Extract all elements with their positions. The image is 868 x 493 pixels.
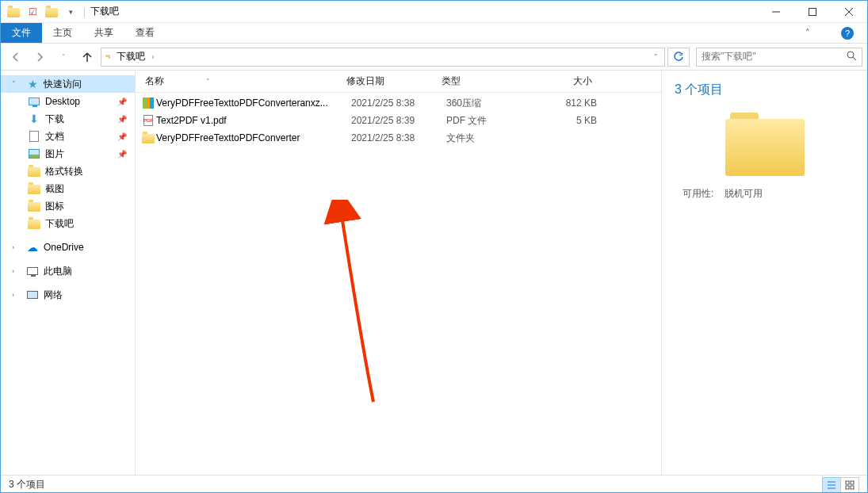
content-pane: 名称 ˅ 修改日期 类型 大小 VeryPDFFreeTexttoPDFConv… xyxy=(136,71,661,475)
chevron-down-icon[interactable]: ˅ xyxy=(12,80,21,88)
sidebar-item-folder[interactable]: 截图 xyxy=(1,180,135,197)
sidebar-item-desktop[interactable]: Desktop 📌 xyxy=(1,93,135,110)
sidebar-label: 网络 xyxy=(44,289,63,302)
back-button[interactable] xyxy=(6,47,26,67)
file-name: Text2PDF v1.pdf xyxy=(156,115,351,126)
chevron-right-icon[interactable]: › xyxy=(12,291,21,299)
file-type: PDF 文件 xyxy=(446,114,541,128)
svg-rect-1 xyxy=(809,8,816,15)
sidebar-onedrive[interactable]: › ☁ OneDrive xyxy=(1,239,135,256)
minimize-icon xyxy=(772,8,780,16)
file-row[interactable]: PDF Text2PDF v1.pdf 2021/2/25 8:39 PDF 文… xyxy=(136,112,661,129)
breadcrumb-current[interactable]: 下载吧 xyxy=(113,50,148,63)
file-date: 2021/2/25 8:38 xyxy=(351,97,446,109)
network-icon xyxy=(26,289,39,301)
view-details-button[interactable] xyxy=(822,477,841,493)
sidebar-network[interactable]: › 网络 xyxy=(1,286,135,304)
column-header-size[interactable]: 大小 xyxy=(537,75,608,88)
sidebar-item-downloads[interactable]: ⬇ 下载 📌 xyxy=(1,110,135,128)
pin-icon: 📌 xyxy=(117,97,127,106)
desktop-icon xyxy=(28,95,40,108)
pc-icon xyxy=(26,265,39,277)
sidebar-item-folder[interactable]: 图标 xyxy=(1,197,135,215)
star-icon: ★ xyxy=(26,78,39,90)
svg-rect-8 xyxy=(846,486,849,489)
maximize-button[interactable] xyxy=(794,1,831,23)
sidebar-item-label: 下载吧 xyxy=(45,217,74,231)
close-button[interactable] xyxy=(831,1,867,23)
chevron-right-icon[interactable]: › xyxy=(12,267,21,275)
help-button[interactable]: ? xyxy=(828,23,867,43)
column-header-date[interactable]: 修改日期 xyxy=(346,75,442,88)
properties-icon[interactable]: ☑ xyxy=(25,4,40,20)
sidebar-item-folder[interactable]: 格式转换 xyxy=(1,162,135,180)
zip-icon xyxy=(140,97,156,109)
file-list: VeryPDFFreeTexttoPDFConverteranxz... 202… xyxy=(136,93,661,475)
file-size: 5 KB xyxy=(541,115,613,126)
view-icons-button[interactable] xyxy=(840,477,859,493)
main-area: ˅ ★ 快速访问 Desktop 📌 ⬇ 下载 📌 文档 📌 图片 📌 格式转换 xyxy=(1,71,867,475)
forward-button[interactable] xyxy=(29,47,50,67)
sidebar-quick-access[interactable]: ˅ ★ 快速访问 xyxy=(1,75,135,93)
column-header-name[interactable]: 名称 ˅ xyxy=(140,75,346,88)
sidebar-item-label: 下载 xyxy=(45,113,64,126)
chevron-right-icon[interactable]: › xyxy=(108,52,110,61)
tab-file[interactable]: 文件 xyxy=(1,23,42,43)
column-headers: 名称 ˅ 修改日期 类型 大小 xyxy=(136,71,661,93)
column-header-type[interactable]: 类型 xyxy=(442,75,537,88)
sidebar-item-folder[interactable]: 下载吧 xyxy=(1,215,135,232)
address-bar[interactable]: › 下载吧 › ˅ xyxy=(101,48,665,67)
ribbon-expand-button[interactable]: ˄ xyxy=(788,23,828,43)
sidebar-item-pictures[interactable]: 图片 📌 xyxy=(1,145,135,162)
tab-view[interactable]: 查看 xyxy=(124,23,166,43)
window-title: 下载吧 xyxy=(90,5,119,18)
folder-icon xyxy=(28,217,40,230)
help-icon: ? xyxy=(841,27,854,40)
annotation-arrow xyxy=(286,200,381,406)
ribbon-tabs: 文件 主页 共享 查看 ˄ ? xyxy=(1,23,867,44)
recent-button[interactable]: ˅ xyxy=(53,47,74,67)
refresh-button[interactable] xyxy=(667,48,690,67)
sidebar-item-label: 截图 xyxy=(45,182,64,196)
navigation-pane: ˅ ★ 快速访问 Desktop 📌 ⬇ 下载 📌 文档 📌 图片 📌 格式转换 xyxy=(1,71,136,475)
chevron-right-icon[interactable]: › xyxy=(151,52,154,61)
svg-rect-6 xyxy=(846,481,849,484)
sidebar-item-label: 图片 xyxy=(45,147,64,161)
address-dropdown-icon[interactable]: ˅ xyxy=(651,53,661,61)
search-icon[interactable] xyxy=(846,50,857,63)
quick-access-toolbar: ☑ ▾ xyxy=(1,4,83,20)
title-bar: ☑ ▾ | 下载吧 xyxy=(1,1,867,23)
file-name: VeryPDFFreeTexttoPDFConverter xyxy=(156,132,351,143)
file-date: 2021/2/25 8:38 xyxy=(351,132,446,143)
up-button[interactable] xyxy=(77,47,98,67)
folder-icon xyxy=(28,165,40,178)
pdf-icon: PDF xyxy=(140,115,156,126)
svg-point-4 xyxy=(847,52,854,58)
sidebar-this-pc[interactable]: › 此电脑 xyxy=(1,262,135,280)
details-view-icon xyxy=(827,480,836,490)
file-row[interactable]: VeryPDFFreeTexttoPDFConverteranxz... 202… xyxy=(136,94,661,112)
search-box[interactable]: 搜索"下载吧" xyxy=(696,48,862,67)
file-date: 2021/2/25 8:39 xyxy=(351,115,446,126)
pin-icon: 📌 xyxy=(117,132,127,141)
tab-home[interactable]: 主页 xyxy=(42,23,83,43)
pin-icon: 📌 xyxy=(117,150,127,159)
svg-line-5 xyxy=(853,57,856,60)
qat-dropdown-icon[interactable]: ▾ xyxy=(63,4,78,20)
sidebar-item-label: 图标 xyxy=(45,200,64,213)
new-folder-icon[interactable] xyxy=(44,4,59,20)
meta-label: 可用性: xyxy=(683,188,713,199)
folder-icon xyxy=(28,200,40,212)
sidebar-label: OneDrive xyxy=(44,242,84,253)
file-type: 360压缩 xyxy=(446,97,541,110)
tab-share[interactable]: 共享 xyxy=(83,23,124,43)
file-row[interactable]: VeryPDFFreeTexttoPDFConverter 2021/2/25 … xyxy=(136,129,661,147)
sidebar-item-label: 格式转换 xyxy=(45,165,83,178)
minimize-button[interactable] xyxy=(758,1,794,23)
svg-rect-9 xyxy=(851,486,854,489)
sidebar-label: 快速访问 xyxy=(44,78,82,91)
sidebar-item-documents[interactable]: 文档 📌 xyxy=(1,128,135,145)
pin-icon: 📌 xyxy=(117,115,127,124)
file-name: VeryPDFFreeTexttoPDFConverteranxz... xyxy=(156,97,351,109)
chevron-right-icon[interactable]: › xyxy=(12,243,21,251)
